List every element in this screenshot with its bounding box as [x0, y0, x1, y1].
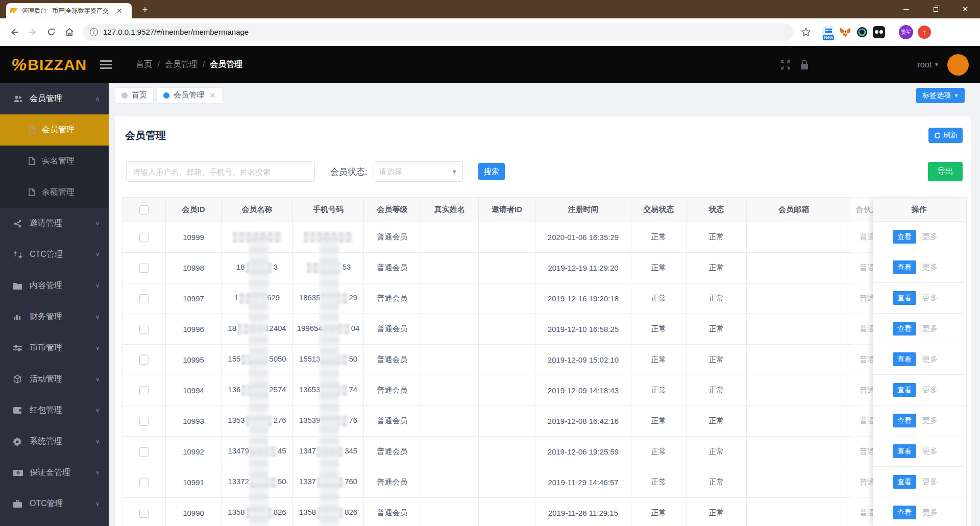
row-checkbox[interactable]: [139, 447, 149, 457]
row-checkbox[interactable]: [139, 325, 149, 334]
view-button[interactable]: 查看: [893, 414, 916, 427]
view-button[interactable]: 查看: [893, 322, 916, 336]
lock-icon[interactable]: [799, 59, 810, 70]
sidebar-item-会员管理[interactable]: 会员管理∧: [0, 83, 109, 114]
sidebar-item-币币管理[interactable]: 币币管理∨: [0, 332, 109, 364]
bookmark-star-icon[interactable]: [798, 25, 814, 40]
more-link[interactable]: 更多: [922, 477, 938, 487]
url-text[interactable]: 127.0.0.1:9527/#/member/membermanage: [103, 28, 249, 36]
extension-metamask-icon[interactable]: [839, 26, 851, 38]
hamburger-menu-icon[interactable]: [100, 60, 112, 69]
site-info-icon[interactable]: i: [90, 28, 98, 36]
back-icon[interactable]: [7, 25, 22, 40]
sidebar-subitem-label: 余额管理: [42, 187, 75, 198]
search-button[interactable]: 搜索: [478, 163, 505, 180]
sidebar-subitem-会员管理[interactable]: 会员管理: [0, 114, 109, 146]
updater-arrow-icon[interactable]: ↑: [918, 26, 931, 39]
cell-real-name: [421, 375, 479, 406]
breadcrumb-item[interactable]: 首页: [136, 59, 152, 70]
view-button[interactable]: 查看: [893, 444, 916, 458]
row-checkbox[interactable]: [139, 509, 149, 518]
sidebar-item-系统管理[interactable]: 系统管理∨: [0, 426, 109, 457]
row-checkbox[interactable]: [139, 355, 149, 365]
cell-phone: [293, 222, 364, 253]
sidebar-item-label: 币币管理: [30, 343, 95, 353]
row-checkbox[interactable]: [139, 386, 149, 395]
extension-ring-icon[interactable]: [856, 26, 868, 38]
column-header-注册时间: 注册时间: [535, 198, 631, 222]
cell-member-id: 10995: [166, 345, 222, 375]
sidebar-item-红包管理[interactable]: 红包管理∨: [0, 395, 109, 426]
sidebar-item-保证金管理[interactable]: $保证金管理∨: [0, 457, 109, 488]
window-close-button[interactable]: ✕: [950, 0, 980, 18]
mosaic-blur: [317, 446, 344, 457]
visible-digits: 18: [236, 262, 245, 271]
sidebar-item-邀请管理[interactable]: 邀请管理∨: [0, 208, 109, 239]
more-link[interactable]: 更多: [922, 446, 938, 456]
sidebar-subitem-实名管理[interactable]: 实名管理: [0, 146, 109, 177]
row-checkbox[interactable]: [139, 417, 149, 426]
more-link[interactable]: 更多: [922, 508, 938, 517]
visible-digits: 29: [349, 293, 358, 302]
table-row: 1099313532761353976普通会员2019-12-08 16:42:…: [122, 406, 967, 437]
window-minimize-button[interactable]: [891, 0, 921, 18]
window-restore-button[interactable]: [921, 0, 950, 18]
browser-tab[interactable]: 管理后台 - 币严|全球数字资产交 ✕: [6, 3, 132, 18]
view-button[interactable]: 查看: [893, 230, 916, 244]
visible-digits: 826: [274, 508, 286, 516]
browser-profile-avatar[interactable]: 贤军: [899, 25, 913, 39]
chevron-down-icon: ∨: [95, 407, 100, 414]
row-checkbox[interactable]: [139, 294, 149, 303]
cell-email: [747, 283, 841, 314]
bizzan-logo[interactable]: % BIZZAN: [11, 55, 87, 75]
sidebar-item-活动管理[interactable]: 活动管理∨: [0, 364, 109, 395]
export-button[interactable]: 导出: [928, 162, 963, 181]
tab-close-icon[interactable]: ✕: [209, 91, 216, 100]
more-link[interactable]: 更多: [922, 385, 938, 395]
more-link[interactable]: 更多: [922, 262, 938, 272]
status-select[interactable]: 请选择 ▼: [374, 161, 463, 182]
page-tab-会员管理[interactable]: 会员管理✕: [157, 87, 223, 104]
address-bar[interactable]: i 127.0.0.1:9527/#/member/membermanage: [83, 23, 793, 41]
new-tab-button[interactable]: +: [139, 4, 151, 16]
row-checkbox[interactable]: [139, 264, 149, 273]
refresh-button[interactable]: 刷新: [928, 128, 963, 143]
select-all-checkbox[interactable]: [139, 205, 149, 214]
row-checkbox[interactable]: [139, 233, 149, 242]
view-button[interactable]: 查看: [893, 506, 916, 519]
page-tabbar: 首页会员管理✕ 标签选项▼: [109, 83, 980, 107]
sidebar-subitem-余额管理[interactable]: 余额管理: [0, 177, 109, 208]
home-icon[interactable]: [62, 25, 77, 40]
reload-icon[interactable]: [43, 25, 59, 40]
more-link[interactable]: 更多: [922, 232, 938, 242]
extension-dots-icon[interactable]: [873, 26, 885, 38]
sidebar-item-内容管理[interactable]: 内容管理∨: [0, 270, 109, 301]
view-button[interactable]: 查看: [893, 475, 916, 489]
more-link[interactable]: 更多: [922, 293, 938, 303]
tab-close-icon[interactable]: ✕: [116, 7, 122, 14]
cell-email: [747, 375, 841, 406]
user-avatar[interactable]: [947, 54, 969, 76]
fullscreen-icon[interactable]: [780, 59, 791, 70]
sidebar-item-OTC管理[interactable]: OTC管理∨: [0, 488, 109, 519]
view-button[interactable]: 查看: [893, 352, 916, 366]
forward-icon[interactable]: [25, 25, 40, 40]
more-link[interactable]: 更多: [922, 416, 938, 425]
view-button[interactable]: 查看: [893, 291, 916, 305]
view-button[interactable]: 查看: [893, 383, 916, 397]
more-link[interactable]: 更多: [922, 324, 938, 333]
action-row: 查看更多: [873, 314, 965, 344]
breadcrumb-item[interactable]: 会员管理: [165, 59, 198, 70]
row-checkbox[interactable]: [139, 478, 149, 487]
extension-sogou-icon[interactable]: New: [822, 26, 835, 38]
sidebar-item-财务管理[interactable]: 财务管理∨: [0, 301, 109, 332]
more-link[interactable]: 更多: [922, 354, 938, 364]
cell-trade-status: 正常: [631, 375, 687, 406]
sidebar-item-CTC管理[interactable]: CTC管理∨: [0, 239, 109, 270]
tag-options-button[interactable]: 标签选项▼: [916, 88, 965, 103]
view-button[interactable]: 查看: [893, 260, 916, 274]
page-tab-首页[interactable]: 首页: [115, 87, 154, 104]
search-input[interactable]: [126, 161, 315, 182]
user-menu[interactable]: root ▼: [918, 60, 939, 69]
cell-phone: 53: [293, 253, 364, 283]
